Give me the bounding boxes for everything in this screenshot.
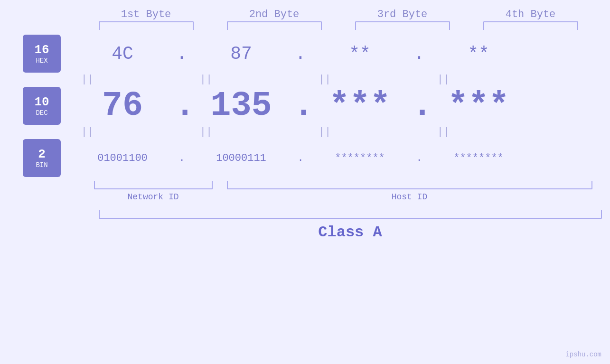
bin-badge-num: 2 (38, 147, 46, 161)
bin-byte-3: ******** (308, 152, 412, 164)
main-container: 1st Byte 2nd Byte 3rd Byte 4th Byte 16 H… (0, 0, 610, 364)
bin-byte-4: ******** (426, 152, 531, 164)
bottom-bracket-row (94, 181, 607, 189)
hex-badge-num: 16 (34, 43, 49, 57)
bin-byte-1: 01001100 (70, 152, 175, 164)
eq-1-1: || (35, 74, 140, 85)
dec-dot-2: . (293, 86, 308, 125)
class-label: Class A (99, 224, 602, 241)
bin-dot-3: . (412, 152, 426, 164)
equals-row-2: || || || || (35, 126, 610, 138)
class-bracket (99, 210, 602, 219)
hex-byte-4: ** (426, 44, 531, 64)
eq-2-1: || (35, 126, 140, 138)
id-labels-row: Network ID Host ID (94, 192, 607, 202)
hex-badge: 16 HEX (23, 35, 61, 73)
dec-values: 76 . 135 . *** . *** (70, 86, 610, 125)
top-bracket-3 (355, 21, 450, 30)
hex-dot-1: . (175, 44, 189, 64)
hex-dot-2: . (293, 44, 308, 64)
hex-dot-3: . (412, 44, 426, 64)
dec-dot-3: . (412, 86, 426, 125)
bin-byte-2: 10000111 (189, 152, 293, 164)
dec-dot-1: . (175, 86, 189, 125)
eq-2-4: || (391, 126, 496, 138)
network-id-label: Network ID (94, 192, 213, 202)
bin-badge-label: BIN (36, 161, 47, 169)
bin-dot-2: . (293, 152, 308, 164)
hex-badge-label: HEX (36, 57, 47, 65)
host-id-label: Host ID (227, 192, 592, 202)
bin-dot-1: . (175, 152, 189, 164)
eq-1-2: || (154, 74, 258, 85)
equals-row-1: || || || || (35, 74, 610, 85)
dec-row: 10 DEC 76 . 135 . *** . *** (0, 86, 610, 125)
byte-label-3: 3rd Byte (350, 9, 455, 20)
byte-label-4: 4th Byte (479, 9, 583, 20)
hex-row: 16 HEX 4C . 87 . ** . ** (0, 35, 610, 73)
eq-1-3: || (272, 74, 377, 85)
dec-byte-3: *** (308, 86, 412, 125)
watermark: ipshu.com (565, 351, 601, 358)
hex-byte-2: 87 (189, 44, 293, 64)
bin-row: 2 BIN 01001100 . 10000111 . ******** . *… (0, 139, 610, 177)
hex-values: 4C . 87 . ** . ** (70, 44, 610, 64)
bin-badge: 2 BIN (23, 139, 61, 177)
dec-badge-num: 10 (34, 95, 49, 109)
eq-1-4: || (391, 74, 496, 85)
top-bracket-1 (99, 21, 194, 30)
top-bracket-2 (227, 21, 322, 30)
hex-byte-1: 4C (70, 44, 175, 64)
byte-labels-row: 1st Byte 2nd Byte 3rd Byte 4th Byte (82, 9, 595, 20)
byte-label-2: 2nd Byte (222, 9, 327, 20)
eq-2-2: || (154, 126, 258, 138)
host-bracket (227, 181, 592, 189)
top-bracket-4 (483, 21, 578, 30)
dec-byte-2: 135 (189, 86, 293, 125)
top-bracket-row (82, 21, 595, 30)
dec-badge-label: DEC (36, 109, 47, 117)
dec-byte-1: 76 (70, 86, 175, 125)
hex-byte-3: ** (308, 44, 412, 64)
dec-byte-4: *** (426, 86, 531, 125)
dec-badge: 10 DEC (23, 87, 61, 125)
byte-label-1: 1st Byte (94, 9, 198, 20)
bin-values: 01001100 . 10000111 . ******** . *******… (70, 152, 610, 164)
eq-2-3: || (272, 126, 377, 138)
network-bracket (94, 181, 213, 189)
